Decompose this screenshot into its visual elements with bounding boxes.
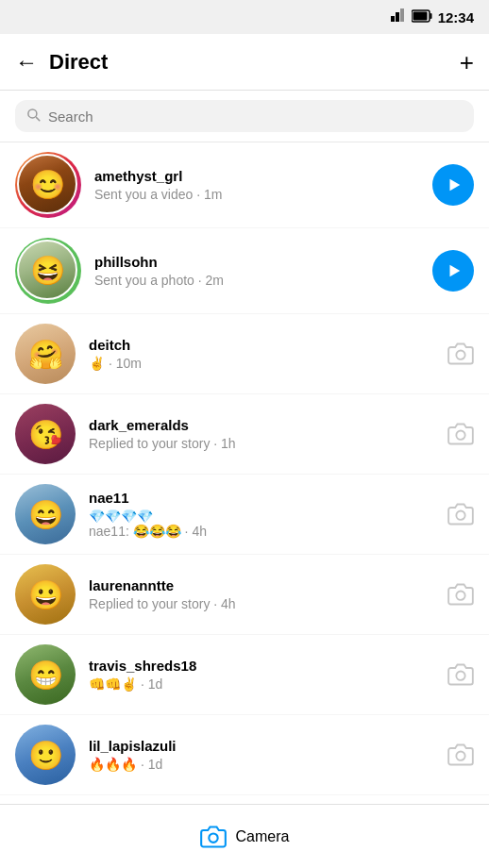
- svg-rect-4: [430, 13, 431, 19]
- camera-action-icon[interactable]: [447, 742, 474, 768]
- svg-line-7: [36, 117, 40, 121]
- avatar-ring: 😆: [15, 238, 81, 304]
- avatar-ring: 😄: [15, 484, 76, 544]
- svg-point-16: [209, 833, 217, 842]
- message-preview: ✌️ · 10m: [89, 356, 434, 371]
- svg-rect-5: [413, 11, 427, 20]
- message-preview: Replied to your story · 1h: [89, 436, 434, 451]
- message-content: travis_shreds18 👊👊✌️ · 1d: [89, 658, 434, 692]
- avatar: 😘: [15, 404, 76, 464]
- svg-point-6: [28, 109, 37, 118]
- battery-icon: [412, 9, 432, 25]
- username: amethyst_grl: [94, 168, 419, 184]
- avatar: 🤗: [15, 324, 76, 384]
- avatar-ring: 🙂: [15, 725, 76, 785]
- username: lil_lapislazuli: [89, 738, 434, 754]
- username: dark_emeralds: [89, 417, 434, 433]
- list-item[interactable]: 😘 dark_emeralds Replied to your story · …: [0, 394, 489, 475]
- username: travis_shreds18: [89, 658, 434, 674]
- camera-action-icon[interactable]: [447, 341, 474, 367]
- back-button[interactable]: ←: [15, 51, 38, 74]
- new-message-button[interactable]: +: [460, 50, 474, 75]
- message-content: deitch ✌️ · 10m: [89, 337, 434, 371]
- camera-icon: [200, 824, 227, 850]
- message-preview: Sent you a video · 1m: [94, 187, 419, 202]
- status-bar: 12:34: [0, 0, 489, 34]
- play-button[interactable]: [432, 250, 474, 292]
- avatar: 😁: [15, 644, 76, 705]
- camera-action-icon[interactable]: [447, 661, 474, 688]
- svg-marker-1: [396, 12, 399, 22]
- search-icon: [26, 108, 41, 125]
- list-item[interactable]: 😄 nae11 💎💎💎💎 nae11: 😂😂😂 · 4h: [0, 475, 489, 555]
- avatar-ring: 😊: [15, 152, 81, 218]
- svg-marker-0: [391, 16, 395, 22]
- avatar: 😄: [15, 484, 76, 544]
- avatar: 😀: [15, 564, 76, 625]
- username: phillsohn: [94, 254, 419, 270]
- play-button[interactable]: [432, 164, 474, 206]
- message-list: 😊 amethyst_grl Sent you a video · 1m 😆 p…: [0, 142, 489, 795]
- message-content: lil_lapislazuli 🔥🔥🔥 · 1d: [89, 738, 434, 772]
- svg-point-11: [456, 431, 464, 440]
- svg-marker-2: [400, 8, 404, 22]
- message-preview: 💎💎💎💎: [89, 509, 434, 524]
- header: ← Direct +: [0, 34, 489, 91]
- svg-point-13: [456, 592, 464, 600]
- bottom-camera-bar[interactable]: Camera: [0, 804, 489, 868]
- message-content: laurenanntte Replied to your story · 4h: [89, 577, 434, 611]
- username: deitch: [89, 337, 434, 353]
- camera-label: Camera: [236, 828, 290, 845]
- avatar-ring: 🤗: [15, 324, 76, 384]
- svg-marker-9: [450, 265, 461, 277]
- message-content: phillsohn Sent you a photo · 2m: [94, 254, 419, 288]
- search-input[interactable]: [48, 108, 463, 125]
- message-preview: 🔥🔥🔥 · 1d: [89, 757, 434, 772]
- list-item[interactable]: 😆 phillsohn Sent you a photo · 2m: [0, 228, 489, 314]
- signal-icon: [391, 8, 406, 26]
- status-time: 12:34: [438, 9, 474, 25]
- username: laurenanntte: [89, 577, 434, 593]
- avatar: 😊: [17, 154, 77, 214]
- message-content: dark_emeralds Replied to your story · 1h: [89, 417, 434, 451]
- avatar-ring: 😘: [15, 404, 76, 464]
- camera-action-icon[interactable]: [447, 421, 474, 447]
- message-preview: 👊👊✌️ · 1d: [89, 676, 434, 692]
- avatar: 🙂: [15, 725, 76, 785]
- message-preview-2: nae11: 😂😂😂 · 4h: [89, 524, 434, 539]
- message-preview: Replied to your story · 4h: [89, 596, 434, 611]
- svg-point-14: [456, 672, 464, 680]
- svg-marker-8: [450, 179, 461, 192]
- camera-action-icon[interactable]: [447, 501, 474, 527]
- svg-point-10: [456, 351, 464, 359]
- list-item[interactable]: 😁 travis_shreds18 👊👊✌️ · 1d: [0, 635, 489, 715]
- list-item[interactable]: 😊 amethyst_grl Sent you a video · 1m: [0, 142, 489, 228]
- message-content: nae11 💎💎💎💎 nae11: 😂😂😂 · 4h: [89, 490, 434, 539]
- list-item[interactable]: 🙂 lil_lapislazuli 🔥🔥🔥 · 1d: [0, 715, 489, 795]
- message-preview: Sent you a photo · 2m: [94, 273, 419, 288]
- search-input-wrap[interactable]: [15, 100, 474, 132]
- message-content: amethyst_grl Sent you a video · 1m: [94, 168, 419, 202]
- avatar: 😆: [17, 240, 77, 300]
- avatar-ring: 😀: [15, 564, 76, 625]
- list-item[interactable]: 😀 laurenanntte Replied to your story · 4…: [0, 555, 489, 635]
- username: nae11: [89, 490, 434, 506]
- avatar-ring: 😁: [15, 644, 76, 705]
- page-title: Direct: [49, 50, 108, 75]
- header-left: ← Direct: [15, 50, 108, 75]
- list-item[interactable]: 🤗 deitch ✌️ · 10m: [0, 314, 489, 394]
- svg-point-12: [456, 511, 464, 520]
- search-bar: [0, 91, 489, 142]
- camera-action-icon[interactable]: [447, 581, 474, 608]
- svg-point-15: [456, 752, 464, 760]
